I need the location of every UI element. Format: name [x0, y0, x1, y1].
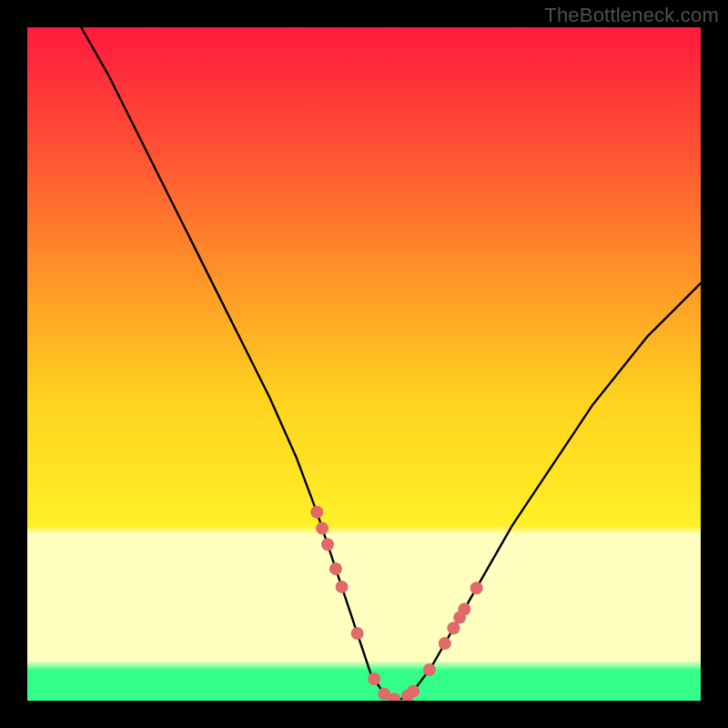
sample-dot [351, 627, 364, 640]
bottleneck-chart [0, 0, 728, 728]
chart-frame: TheBottleneck.com [0, 0, 728, 728]
sample-dot [458, 603, 470, 616]
sample-dot [470, 581, 483, 594]
sample-dot [447, 622, 460, 634]
sample-dot [329, 562, 342, 575]
sample-dot [316, 522, 329, 535]
watermark-text: TheBottleneck.com [544, 4, 719, 27]
sample-dot [368, 672, 380, 685]
sample-dot [310, 506, 323, 519]
sample-dot [423, 663, 436, 676]
sample-dot [321, 538, 334, 551]
plot-background [27, 27, 701, 701]
sample-dot [439, 637, 451, 650]
sample-dot [407, 685, 420, 698]
sample-dot [336, 581, 349, 593]
